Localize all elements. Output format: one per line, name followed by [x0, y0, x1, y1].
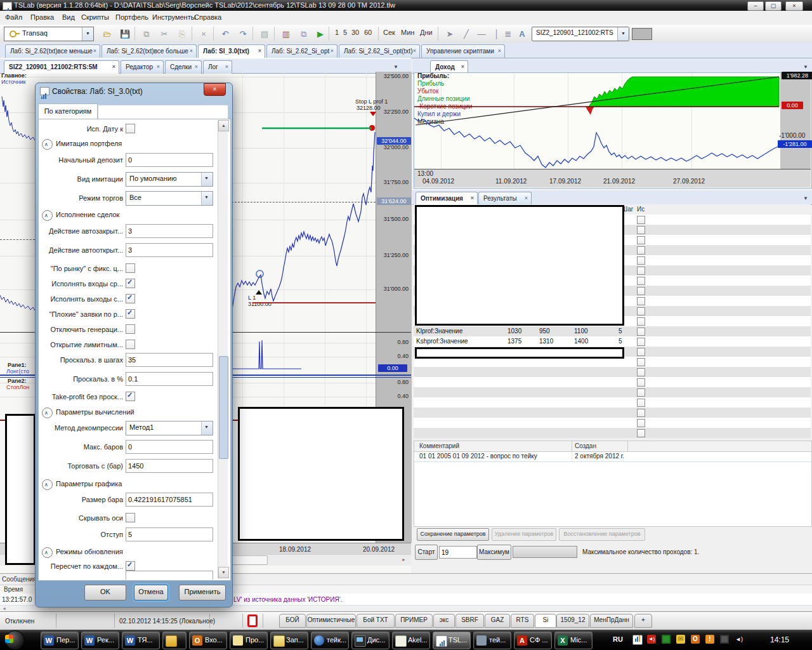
close-icon[interactable]: ×	[461, 63, 464, 70]
use-checkbox[interactable]	[637, 348, 645, 356]
properties-icon[interactable]: ▤	[256, 26, 273, 43]
taskbar-button-word[interactable]: WПер...	[41, 632, 79, 649]
ws-tab-1509[interactable]: 1509_12	[556, 614, 589, 628]
menu-help[interactable]: Справка	[194, 13, 221, 21]
speaker-tray-icon[interactable]: ◄)	[735, 635, 743, 644]
tab-by-category[interactable]: По категориям	[38, 103, 98, 119]
muted-speaker-icon[interactable]: ◄)	[647, 635, 656, 644]
scroll-thumb[interactable]	[219, 356, 228, 459]
exec-entries-checkbox[interactable]: ✓	[126, 279, 135, 288]
menu-edit[interactable]: Правка	[30, 13, 54, 21]
market-fixed-checkbox[interactable]	[126, 263, 135, 273]
recalc-checkbox[interactable]: ✓	[126, 561, 135, 571]
chevron-down-icon[interactable]: ▼	[393, 64, 398, 70]
ok-button[interactable]: OK	[84, 585, 126, 600]
use-checkbox[interactable]	[637, 226, 645, 234]
close-button[interactable]: ×	[785, 1, 803, 11]
ws-tab-sbrf[interactable]: SBRF	[455, 614, 484, 628]
opt-row[interactable]	[414, 326, 811, 336]
chevron-down-icon[interactable]: ▼	[803, 64, 808, 70]
tslab-tray-icon[interactable]	[632, 635, 643, 645]
category-filter-box[interactable]	[98, 105, 228, 119]
opt-row[interactable]	[414, 336, 811, 347]
text-icon[interactable]: A	[514, 26, 530, 43]
use-date-checkbox[interactable]	[126, 124, 135, 133]
max-bars-input[interactable]	[126, 440, 213, 454]
clock[interactable]: 14:15	[770, 635, 789, 644]
taskbar-button-notes[interactable]: Зап...	[270, 632, 308, 649]
hide-axes-checkbox[interactable]	[126, 513, 135, 522]
dialog-scrollbar[interactable]: ▲ ▼	[218, 120, 228, 578]
taskbar-button-mail[interactable]: Про...	[230, 632, 268, 649]
slippage-steps-input[interactable]	[126, 353, 213, 367]
ws-tab-optimistic[interactable]: Оптимистичные	[306, 614, 356, 628]
open-limit-checkbox[interactable]	[126, 340, 135, 349]
use-checkbox[interactable]	[637, 267, 645, 275]
taskbar-button-folder[interactable]	[162, 632, 187, 649]
taskbar-button-excel[interactable]: XMic...	[554, 632, 593, 649]
paste-icon[interactable]: ⎘	[174, 26, 190, 43]
decompression-select[interactable]: Метод1 ▼	[126, 421, 213, 435]
ws-tab-gaz[interactable]: GAZ	[485, 614, 510, 628]
menu-view[interactable]: Вид	[62, 13, 75, 21]
ws-tab-boy-txt[interactable]: Бой TXT	[357, 614, 395, 628]
opt-row[interactable]	[414, 367, 811, 377]
maximum-button[interactable]: Максимум	[477, 545, 511, 560]
ws-tab-eks[interactable]: экс	[433, 614, 455, 628]
delete-icon[interactable]: ×	[195, 26, 212, 43]
close-icon[interactable]: ×	[112, 63, 115, 70]
undo-icon[interactable]: ↶	[217, 26, 233, 43]
close-icon[interactable]: ×	[225, 63, 228, 70]
delete-params-button[interactable]: Удаление параметров	[492, 528, 556, 541]
tf-60[interactable]: 60	[364, 29, 372, 36]
opt-row[interactable]	[414, 408, 811, 418]
use-checkbox[interactable]	[637, 216, 645, 224]
bad-orders-checkbox[interactable]: ✓	[126, 309, 135, 319]
ws-tab-boy[interactable]: БОЙ	[279, 614, 306, 628]
tab-si262-more[interactable]: Лаб: Si_2.62(txt)все больше ×	[102, 44, 197, 58]
taskbar-button-app[interactable]: тей...	[473, 632, 511, 649]
trade-mode-select[interactable]: Все ▼	[126, 191, 213, 206]
use-checkbox[interactable]	[637, 419, 645, 427]
save-icon[interactable]: 💾	[117, 26, 133, 43]
taskbar-button-word[interactable]: WРек...	[81, 632, 119, 649]
taskbar-button-globe[interactable]: тейк...	[311, 632, 349, 649]
autoclose-input[interactable]	[126, 224, 213, 238]
tf-30[interactable]: 30	[351, 29, 359, 36]
tab-trades[interactable]: Сделки ×	[165, 60, 202, 74]
minimize-button[interactable]: –	[747, 1, 764, 11]
use-checkbox[interactable]	[637, 399, 645, 407]
opt-row[interactable]	[414, 418, 811, 428]
ws-tab-rts[interactable]: RTS	[511, 614, 534, 628]
use-checkbox[interactable]	[637, 297, 645, 305]
opt-row[interactable]	[414, 397, 811, 408]
bar-size-input[interactable]	[126, 493, 213, 507]
opt-row[interactable]	[414, 387, 811, 397]
language-indicator[interactable]: RU	[613, 635, 623, 643]
indent-input[interactable]	[126, 527, 213, 541]
disable-generation-checkbox[interactable]	[126, 324, 135, 334]
color-box[interactable]	[632, 28, 652, 40]
tf-5[interactable]: 5	[343, 29, 347, 36]
transaq-select[interactable]: Transaq ▼	[4, 27, 94, 41]
tf-1[interactable]: 1	[335, 29, 339, 36]
partial-input[interactable]	[126, 571, 213, 580]
unit-sec[interactable]: Сек	[383, 29, 395, 36]
ws-tab-primer[interactable]: ПРИМЕР	[395, 614, 433, 628]
apply-button[interactable]: Применить	[179, 585, 226, 600]
tab-si30-active[interactable]: Лаб: SI_3.0(txt) ×	[198, 44, 265, 58]
tab-script-manager[interactable]: Управление скриптами ×	[421, 44, 505, 58]
cursor-icon[interactable]: ➤	[442, 26, 458, 43]
use-checkbox[interactable]	[637, 378, 645, 387]
taskbar-button-akelpad[interactable]: Akel...	[392, 632, 430, 649]
tab-log[interactable]: Лог ×	[203, 60, 232, 74]
menu-file[interactable]: Файл	[5, 13, 22, 21]
ws-tab-si[interactable]: Si	[535, 614, 556, 628]
hline-icon[interactable]: —	[473, 26, 490, 43]
use-checkbox[interactable]	[637, 409, 645, 417]
taskbar-button-outlook[interactable]: OВхо...	[189, 632, 227, 649]
unit-min[interactable]: Мин	[401, 29, 414, 36]
close-icon[interactable]: ×	[331, 48, 334, 54]
tab-income[interactable]: Доход ×	[430, 60, 468, 74]
cancel-button[interactable]: Отмена	[134, 585, 168, 600]
